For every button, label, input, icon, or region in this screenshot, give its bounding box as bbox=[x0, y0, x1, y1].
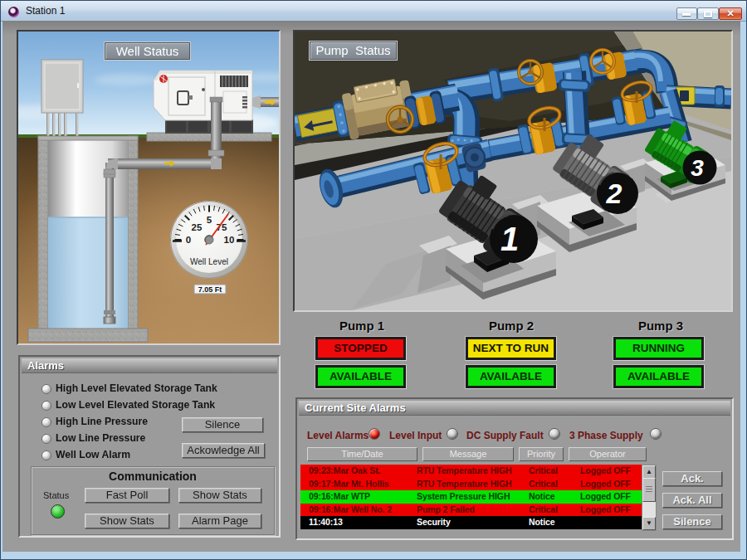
svg-text:3: 3 bbox=[691, 155, 704, 181]
svg-text:0: 0 bbox=[186, 235, 191, 245]
svg-text:10: 10 bbox=[224, 235, 235, 245]
svg-text:7.05 Ft: 7.05 Ft bbox=[198, 285, 222, 294]
svg-text:1: 1 bbox=[500, 221, 519, 257]
svg-text:25: 25 bbox=[192, 222, 203, 232]
svg-text:5: 5 bbox=[207, 215, 212, 225]
svg-text:Well Level: Well Level bbox=[190, 257, 228, 266]
svg-text:2: 2 bbox=[606, 178, 622, 209]
